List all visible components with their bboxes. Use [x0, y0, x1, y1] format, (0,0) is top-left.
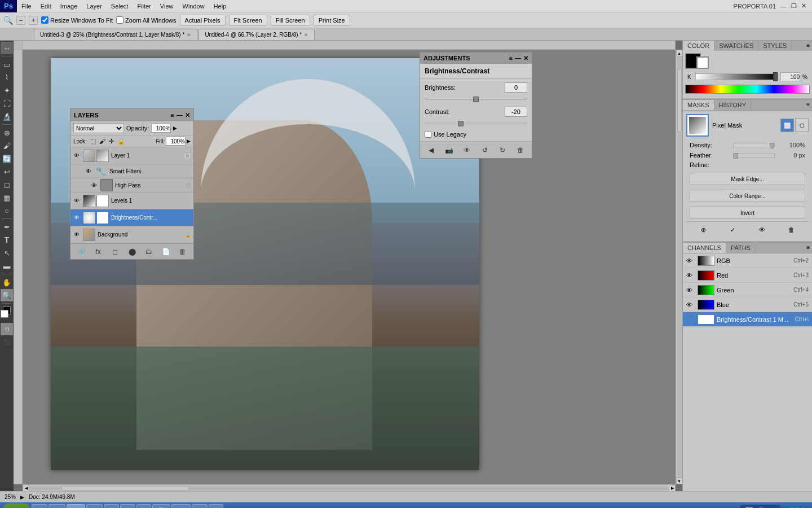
scroll-up-btn[interactable]: ▲: [676, 50, 683, 56]
scrollbar-horizontal[interactable]: ◀ ▶: [23, 484, 676, 491]
taskbar-pdf2[interactable]: 📄: [152, 504, 170, 508]
layer-item-background[interactable]: 👁 Background 🔒: [70, 226, 193, 243]
brightness-slider[interactable]: [425, 98, 527, 100]
resize-windows-check[interactable]: Resize Windows To Fit: [41, 16, 113, 24]
background-vis[interactable]: 👁: [73, 231, 81, 239]
feather-thumb[interactable]: [734, 153, 738, 159]
opacity-expand[interactable]: ▶: [173, 125, 177, 131]
scroll-v-thumb[interactable]: [677, 69, 682, 132]
k-value-input[interactable]: [780, 72, 800, 81]
scroll-h-thumb[interactable]: [61, 486, 189, 491]
screen-mode[interactable]: ⬛: [1, 336, 13, 348]
zoom-all-check[interactable]: Zoom All Windows: [116, 16, 176, 24]
adj-panel-move-icon[interactable]: ≡: [509, 55, 513, 62]
adj-back-btn[interactable]: ◀: [426, 144, 437, 156]
marquee-tool[interactable]: ▭: [1, 58, 13, 71]
contrast-slider[interactable]: [425, 122, 527, 124]
use-legacy-checkbox[interactable]: [425, 131, 431, 138]
contrast-thumb[interactable]: [458, 121, 464, 126]
brush-tool[interactable]: 🖌: [1, 139, 13, 152]
taskbar-explorer[interactable]: 🗂: [32, 504, 47, 508]
k-slider-track[interactable]: [695, 73, 778, 80]
channels-panel-menu[interactable]: ≡: [804, 243, 812, 253]
taskbar-chrome[interactable]: 🌐: [171, 504, 191, 508]
layers-panel-close[interactable]: ✕: [185, 112, 190, 119]
quick-select-tool[interactable]: ✦: [1, 84, 13, 97]
mask-load-btn[interactable]: ⊕: [698, 224, 709, 235]
actual-pixels-btn[interactable]: Actual Pixels: [180, 15, 226, 26]
start-button[interactable]: ⊞: [2, 503, 30, 508]
layer-item-smart-filters[interactable]: 👁 🔧 Smart Filters: [70, 164, 193, 178]
layers-panel-minimize[interactable]: —: [176, 112, 183, 119]
move-tool[interactable]: ↔: [1, 42, 13, 54]
adj-panel-close[interactable]: ✕: [523, 55, 528, 62]
levels1-vis[interactable]: 👁: [73, 197, 81, 205]
tab-history[interactable]: HISTORY: [714, 100, 752, 110]
layer-item-brightness[interactable]: 👁 Brightness/Contr...: [70, 209, 193, 226]
minimize-btn[interactable]: —: [780, 3, 787, 10]
gradient-tool[interactable]: ▦: [1, 191, 13, 204]
channel-brightness-mask[interactable]: Brightness/Contrast 1 M... Ctrl+\: [683, 312, 812, 327]
adj-reset-btn[interactable]: ↺: [479, 144, 491, 156]
crop-tool[interactable]: ⛶: [1, 97, 13, 110]
smart-filters-vis[interactable]: 👁: [85, 167, 92, 175]
scroll-v-track[interactable]: [677, 56, 682, 478]
menu-help[interactable]: Help: [209, 2, 231, 11]
add-adjustment-btn[interactable]: ⬤: [126, 246, 138, 257]
lock-paint[interactable]: 🖌: [99, 138, 105, 144]
clone-tool[interactable]: 🔄: [1, 152, 13, 165]
masks-panel-menu[interactable]: ≡: [804, 100, 812, 110]
scroll-right-btn[interactable]: ▶: [669, 485, 676, 492]
layer1-vis[interactable]: 👁: [73, 152, 81, 160]
channel-red-vis[interactable]: 👁: [686, 272, 695, 279]
tab-untitled3[interactable]: Untitled-3 @ 25% (Brightness/Contrast 1,…: [34, 29, 197, 40]
eyedropper-tool[interactable]: 🔬: [1, 110, 13, 122]
brightness-vis[interactable]: 👁: [73, 214, 81, 222]
k-slider-thumb[interactable]: [773, 72, 778, 81]
taskbar-monitor[interactable]: 🖥: [192, 504, 208, 508]
hand-tool[interactable]: ✋: [1, 276, 13, 288]
mask-apply-btn[interactable]: ✓: [727, 224, 738, 235]
scroll-down-btn[interactable]: ▼: [676, 478, 683, 484]
high-pass-vis[interactable]: 👁: [90, 181, 98, 189]
color-range-btn[interactable]: Color Range...: [690, 190, 805, 202]
scroll-h-track[interactable]: [29, 486, 669, 491]
density-thumb[interactable]: [770, 143, 774, 148]
channel-blue[interactable]: 👁 Blue Ctrl+5: [683, 297, 812, 312]
adj-refresh-btn[interactable]: ↻: [497, 144, 508, 156]
tab-untitled4-close[interactable]: ✕: [304, 32, 308, 38]
mask-mode[interactable]: ◻: [1, 323, 13, 335]
background-color[interactable]: [1, 310, 8, 318]
density-slider[interactable]: [733, 143, 775, 147]
taskbar-pdf1[interactable]: A: [136, 504, 151, 508]
adj-panel-header[interactable]: ADJUSTMENTS ≡ — ✕: [420, 52, 532, 64]
scroll-left-btn[interactable]: ◀: [23, 485, 29, 492]
channel-rgb-vis[interactable]: 👁: [686, 257, 695, 264]
brightness-thumb[interactable]: [473, 97, 479, 102]
taskbar-mail[interactable]: ✉: [209, 504, 223, 508]
tab-channels[interactable]: CHANNELS: [683, 243, 726, 253]
channel-blue-vis[interactable]: 👁: [686, 301, 695, 308]
menu-layer[interactable]: Layer: [82, 2, 107, 11]
healing-tool[interactable]: ⊕: [1, 126, 13, 139]
mask-edge-btn[interactable]: Mask Edge...: [690, 173, 805, 185]
fill-expand[interactable]: ▶: [187, 138, 191, 144]
adj-camera-btn[interactable]: 📷: [443, 144, 454, 156]
path-select-tool[interactable]: ↖: [1, 247, 13, 259]
layer-item-high-pass[interactable]: 👁 High Pass ⬡: [70, 178, 193, 192]
vector-mask-btn[interactable]: ⬡: [795, 119, 809, 132]
tab-swatches[interactable]: SWATCHES: [714, 41, 758, 51]
restore-btn[interactable]: ❐: [791, 2, 797, 10]
contrast-value[interactable]: [505, 107, 527, 117]
taskbar-indesign[interactable]: Id: [104, 504, 120, 508]
add-style-btn[interactable]: fx: [92, 246, 104, 257]
tab-color[interactable]: COLOR: [683, 41, 714, 51]
lock-transparent[interactable]: ⬚: [90, 138, 96, 145]
color-picker[interactable]: [1, 306, 13, 321]
new-group-btn[interactable]: 🗂: [143, 246, 155, 257]
channel-red[interactable]: 👁 Red Ctrl+3: [683, 268, 812, 283]
tab-untitled3-close[interactable]: ✕: [187, 32, 191, 38]
add-mask-btn[interactable]: ◻: [109, 246, 121, 257]
background-swatch[interactable]: [696, 56, 709, 69]
menu-file[interactable]: File: [17, 2, 36, 11]
